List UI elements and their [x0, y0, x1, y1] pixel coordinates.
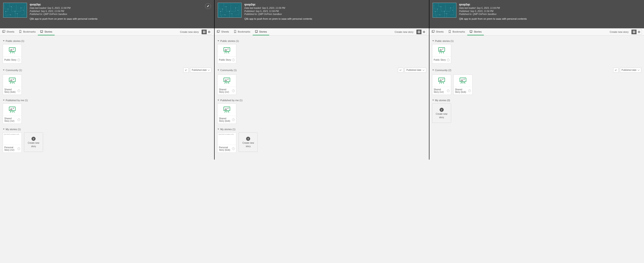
plus-icon: + [440, 108, 444, 112]
tab-sheets[interactable]: Sheets [214, 28, 231, 35]
story-label: Public Story [4, 59, 16, 61]
story-card[interactable]: Public Storyi [217, 44, 236, 64]
story-card[interactable]: Public Storyi [3, 44, 22, 64]
app-thumbnail [432, 3, 456, 18]
story-card[interactable]: Public Storyi [432, 44, 451, 64]
svg-point-3 [11, 6, 12, 7]
section-toggle[interactable]: Public stories (1) [217, 40, 239, 42]
grid-view-button[interactable] [202, 30, 207, 34]
svg-rect-82 [440, 49, 440, 51]
svg-rect-23 [9, 78, 15, 82]
info-icon[interactable]: i [232, 89, 235, 92]
svg-rect-52 [226, 49, 226, 51]
tab-bookmarks[interactable]: Bookmarks [446, 28, 467, 35]
svg-rect-92 [462, 80, 463, 81]
story-card[interactable]: Hello World! concepteur confe- ···Person… [3, 132, 22, 153]
grid-view-button[interactable] [632, 30, 636, 34]
nav-toolbar: SheetsBookmarksStoriesCreate new story [430, 28, 644, 35]
tab-bookmarks[interactable]: Bookmarks [16, 28, 38, 35]
svg-rect-25 [11, 79, 11, 81]
svg-rect-86 [440, 80, 440, 81]
section-toggle[interactable]: My stories (1) [217, 128, 236, 131]
list-view-button[interactable] [636, 30, 642, 34]
svg-rect-73 [470, 30, 472, 32]
svg-rect-41 [218, 30, 220, 32]
section-header: Community (1)Published date [214, 66, 429, 74]
svg-rect-60 [226, 108, 226, 110]
story-card[interactable]: Shared Story (bob)i [454, 74, 472, 95]
story-label: Shared Story (rvr) [434, 88, 446, 93]
section-toggle[interactable]: Community (1) [217, 69, 236, 71]
svg-rect-42 [255, 30, 258, 32]
info-icon[interactable]: i [232, 59, 235, 61]
info-icon[interactable]: i [18, 89, 20, 92]
section-toggle[interactable]: My stories (1) [3, 128, 21, 131]
info-icon[interactable]: i [468, 89, 471, 92]
story-card[interactable]: Shared Story (bob)i [3, 74, 22, 95]
story-label: Shared Story (bob) [219, 117, 231, 122]
story-label: Shared Story (rvr) [4, 117, 16, 122]
tab-stories[interactable]: Stories [253, 28, 269, 35]
create-story-link[interactable]: Create new story [392, 30, 416, 33]
section-header: Published by me (1) [0, 97, 214, 103]
app-title: qsop2qc [244, 3, 312, 6]
app-published: Published: Sep 5, 2023, 11:04 PM [30, 10, 98, 13]
story-label: Shared Story (rvr) [219, 88, 231, 93]
svg-point-1 [8, 9, 8, 9]
svg-rect-29 [11, 108, 11, 110]
info-icon[interactable]: i [447, 89, 450, 92]
tab-sheets[interactable]: Sheets [0, 28, 16, 35]
create-story-card[interactable]: +Create newstory [24, 132, 43, 152]
info-icon[interactable]: i [18, 147, 20, 150]
sort-field-dropdown[interactable]: Published date [620, 68, 641, 73]
tab-bookmarks[interactable]: Bookmarks [231, 28, 253, 35]
edit-button[interactable] [205, 3, 211, 9]
svg-rect-58 [224, 107, 230, 111]
info-icon[interactable]: i [18, 59, 20, 61]
story-card[interactable]: Hello World! concepteur confe- ···Person… [217, 132, 236, 153]
svg-point-33 [220, 11, 221, 11]
tab-stories[interactable]: Stories [467, 28, 484, 35]
create-story-card[interactable]: +Create newstory [238, 132, 258, 152]
svg-rect-57 [226, 80, 227, 81]
story-card[interactable]: Shared Story (rvr)i [432, 74, 451, 95]
sort-field-dropdown[interactable]: Published date [405, 68, 426, 73]
section-toggle[interactable]: Published by me (1) [3, 99, 28, 102]
story-card[interactable]: Shared Story (rvr)i [3, 103, 22, 124]
info-icon[interactable]: i [18, 118, 20, 121]
story-card[interactable]: Shared Story (bob)i [217, 103, 236, 124]
sort-field-dropdown[interactable]: Published date [190, 68, 212, 73]
list-view-button[interactable] [422, 30, 426, 34]
section-header: Public stories (1) [0, 38, 214, 44]
svg-rect-48 [422, 32, 425, 32]
section-toggle[interactable]: My stories (0) [432, 99, 450, 102]
info-icon[interactable]: i [232, 118, 235, 121]
info-icon[interactable]: i [447, 59, 450, 61]
svg-rect-49 [422, 32, 425, 33]
grid-view-button[interactable] [416, 30, 422, 34]
svg-rect-85 [438, 78, 444, 82]
svg-rect-89 [460, 78, 466, 82]
create-story-link[interactable]: Create new story [607, 30, 631, 33]
tab-stories[interactable]: Stories [38, 28, 54, 35]
sort-order-button[interactable] [613, 68, 618, 73]
svg-rect-76 [633, 32, 634, 33]
sort-order-button[interactable] [398, 68, 403, 73]
list-view-button[interactable] [207, 30, 212, 34]
section-toggle[interactable]: Public stories (1) [3, 40, 24, 42]
svg-rect-14 [203, 32, 204, 33]
svg-rect-55 [225, 80, 225, 81]
svg-point-69 [446, 13, 447, 14]
section-toggle[interactable]: Community (1) [3, 69, 22, 71]
info-icon[interactable]: i [232, 147, 235, 150]
app-thumbnail [218, 3, 242, 18]
tab-sheets[interactable]: Sheets [430, 28, 446, 35]
story-card[interactable]: Shared Story (rvr)i [217, 74, 236, 95]
section-toggle[interactable]: Public stories (1) [432, 40, 454, 42]
create-story-link[interactable]: Create new story [177, 30, 202, 33]
sort-order-button[interactable] [183, 68, 189, 73]
section-toggle[interactable]: Community (2) [432, 69, 452, 71]
svg-rect-53 [226, 49, 227, 51]
create-story-card[interactable]: +Create newstory [432, 103, 451, 123]
section-toggle[interactable]: Published by me (1) [217, 99, 242, 102]
